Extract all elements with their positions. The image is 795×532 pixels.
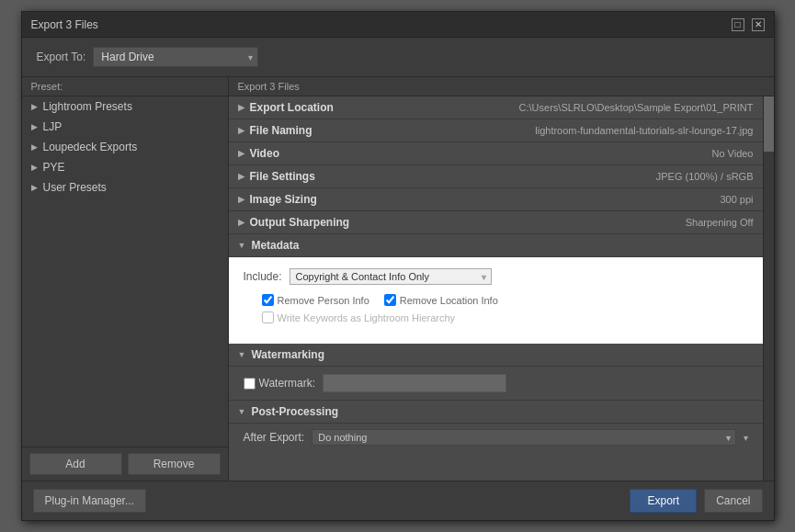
video-header[interactable]: ▶ Video No Video xyxy=(229,142,763,165)
arrow-icon: ▶ xyxy=(31,183,38,192)
maximize-button[interactable]: □ xyxy=(732,18,744,31)
collapse-arrow-expanded-icon: ▼ xyxy=(238,241,246,250)
export-location-header[interactable]: ▶ Export Location C:\Users\SLRLO\Desktop… xyxy=(229,96,763,119)
remove-location-info-label: Remove Location Info xyxy=(400,295,498,306)
title-bar-controls: □ ✕ xyxy=(732,18,765,31)
dialog-title: Export 3 Files xyxy=(31,18,98,31)
content-panel: Export 3 Files ▶ Export Location C:\User… xyxy=(229,77,774,481)
collapse-arrow-icon: ▶ xyxy=(238,126,244,135)
sidebar-item-loupedeck[interactable]: ▶ Loupedeck Exports xyxy=(22,137,228,157)
collapse-arrow-icon: ▶ xyxy=(238,149,244,158)
include-label: Include: xyxy=(244,270,282,283)
content-header: Export 3 Files xyxy=(229,77,774,96)
file-settings-value: JPEG (100%) / sRGB xyxy=(656,171,754,182)
sidebar-item-ljp[interactable]: ▶ LJP xyxy=(22,117,228,137)
video-value: No Video xyxy=(711,148,753,159)
title-bar: Export 3 Files □ ✕ xyxy=(22,12,774,38)
dialog-footer: Plug-in Manager... Export Cancel xyxy=(22,481,774,520)
post-processing-title: ▼ Post-Processing xyxy=(238,405,339,418)
sidebar-list: ▶ Lightroom Presets ▶ LJP ▶ Loupedeck Ex… xyxy=(22,96,228,447)
file-naming-value: lightroom-fundamental-tutorials-slr-loun… xyxy=(535,125,753,136)
sidebar-item-label: PYE xyxy=(43,161,65,174)
after-export-row: After Export: Do nothing ▾ ▾ xyxy=(229,424,763,451)
sidebar-item-pye[interactable]: ▶ PYE xyxy=(22,157,228,177)
output-sharpening-header[interactable]: ▶ Output Sharpening Sharpening Off xyxy=(229,211,763,234)
write-keywords-input[interactable] xyxy=(262,311,274,323)
watermark-checkbox-input[interactable] xyxy=(244,378,256,390)
sections-list: ▶ Export Location C:\Users\SLRLO\Desktop… xyxy=(229,96,763,481)
export-to-row: Export To: Hard Drive xyxy=(22,38,774,77)
content-area: ▶ Export Location C:\Users\SLRLO\Desktop… xyxy=(229,96,774,481)
remove-person-info-label: Remove Person Info xyxy=(278,295,369,306)
export-button[interactable]: Export xyxy=(630,489,697,513)
collapse-arrow-icon: ▶ xyxy=(238,103,244,112)
sidebar-item-label: Lightroom Presets xyxy=(43,100,132,113)
add-button[interactable]: Add xyxy=(29,453,122,475)
sidebar-item-label: Loupedeck Exports xyxy=(43,141,138,153)
metadata-title: ▼ Metadata xyxy=(238,239,300,252)
collapse-arrow-icon: ▶ xyxy=(238,172,244,181)
write-keywords-label: Write Keywords as Lightroom Hierarchy xyxy=(278,312,456,323)
main-body: Preset: ▶ Lightroom Presets ▶ LJP ▶ Loup… xyxy=(22,77,774,481)
write-keywords-checkbox[interactable]: Write Keywords as Lightroom Hierarchy xyxy=(262,311,456,323)
sidebar-footer: Add Remove xyxy=(22,447,228,481)
sidebar-item-lightroom-presets[interactable]: ▶ Lightroom Presets xyxy=(22,96,228,117)
cancel-button[interactable]: Cancel xyxy=(704,489,762,513)
watermarking-title: ▼ Watermarking xyxy=(238,348,325,361)
include-select[interactable]: Copyright & Contact Info Only xyxy=(290,268,492,285)
watermark-label: Watermark: xyxy=(259,377,316,390)
export-to-wrapper: Hard Drive xyxy=(93,47,258,67)
export-to-select[interactable]: Hard Drive xyxy=(93,47,258,67)
file-naming-header[interactable]: ▶ File Naming lightroom-fundamental-tuto… xyxy=(229,119,763,142)
after-export-select[interactable]: Do nothing xyxy=(312,429,735,446)
arrow-icon: ▶ xyxy=(31,122,38,131)
sidebar-item-label: User Presets xyxy=(43,181,107,194)
plugin-manager-button[interactable]: Plug-in Manager... xyxy=(33,489,146,513)
after-export-select-wrapper: Do nothing ▾ xyxy=(312,429,735,446)
sidebar: Preset: ▶ Lightroom Presets ▶ LJP ▶ Loup… xyxy=(22,77,229,481)
image-sizing-header[interactable]: ▶ Image Sizing 300 ppi xyxy=(229,188,763,211)
checkbox-row-1: Remove Person Info Remove Location Info xyxy=(244,294,748,306)
remove-location-info-checkbox[interactable]: Remove Location Info xyxy=(384,294,498,306)
output-sharpening-value: Sharpening Off xyxy=(686,217,754,228)
export-location-title: ▶ Export Location xyxy=(238,101,334,114)
file-naming-title: ▶ File Naming xyxy=(238,124,312,137)
watermarking-header[interactable]: ▼ Watermarking xyxy=(229,344,763,367)
sidebar-item-user-presets[interactable]: ▶ User Presets xyxy=(22,177,228,198)
collapse-arrow-icon: ▶ xyxy=(238,218,244,227)
export-to-label: Export To: xyxy=(37,51,86,63)
scrollbar-thumb[interactable] xyxy=(764,96,774,152)
post-processing-header[interactable]: ▼ Post-Processing xyxy=(229,401,763,424)
after-export-label: After Export: xyxy=(244,431,305,444)
export-location-value: C:\Users\SLRLO\Desktop\Sample Export\01_… xyxy=(519,102,754,113)
output-sharpening-title: ▶ Output Sharpening xyxy=(238,216,350,229)
sidebar-item-label: LJP xyxy=(43,120,62,133)
checkbox-row-2: Write Keywords as Lightroom Hierarchy xyxy=(244,311,748,323)
arrow-icon: ▶ xyxy=(31,163,38,172)
arrow-icon: ▶ xyxy=(31,102,38,111)
close-button[interactable]: ✕ xyxy=(752,18,765,31)
image-sizing-title: ▶ Image Sizing xyxy=(238,193,317,206)
collapse-arrow-icon: ▼ xyxy=(238,350,246,359)
file-settings-header[interactable]: ▶ File Settings JPEG (100%) / sRGB xyxy=(229,165,763,188)
watermark-body: Watermark: xyxy=(229,367,763,401)
arrow-icon: ▶ xyxy=(31,142,38,152)
metadata-header[interactable]: ▼ Metadata xyxy=(229,234,763,257)
remove-person-info-checkbox[interactable]: Remove Person Info xyxy=(262,294,369,306)
collapse-arrow-icon: ▼ xyxy=(238,407,246,416)
watermark-select-bar[interactable] xyxy=(323,374,506,392)
metadata-body: Include: Copyright & Contact Info Only ▾ xyxy=(229,257,763,344)
remove-location-info-input[interactable] xyxy=(384,294,396,306)
export-dialog: Export 3 Files □ ✕ Export To: Hard Drive… xyxy=(21,11,775,521)
video-title: ▶ Video xyxy=(238,147,279,160)
preset-label: Preset: xyxy=(22,77,228,96)
expand-arrow-icon[interactable]: ▾ xyxy=(744,433,748,443)
watermark-checkbox-label[interactable]: Watermark: xyxy=(244,377,316,390)
remove-person-info-input[interactable] xyxy=(262,294,274,306)
file-settings-title: ▶ File Settings xyxy=(238,170,315,183)
scrollbar[interactable] xyxy=(763,96,774,481)
remove-button[interactable]: Remove xyxy=(128,453,221,475)
include-row: Include: Copyright & Contact Info Only ▾ xyxy=(244,268,748,285)
image-sizing-value: 300 ppi xyxy=(720,194,753,205)
collapse-arrow-icon: ▶ xyxy=(238,195,244,204)
